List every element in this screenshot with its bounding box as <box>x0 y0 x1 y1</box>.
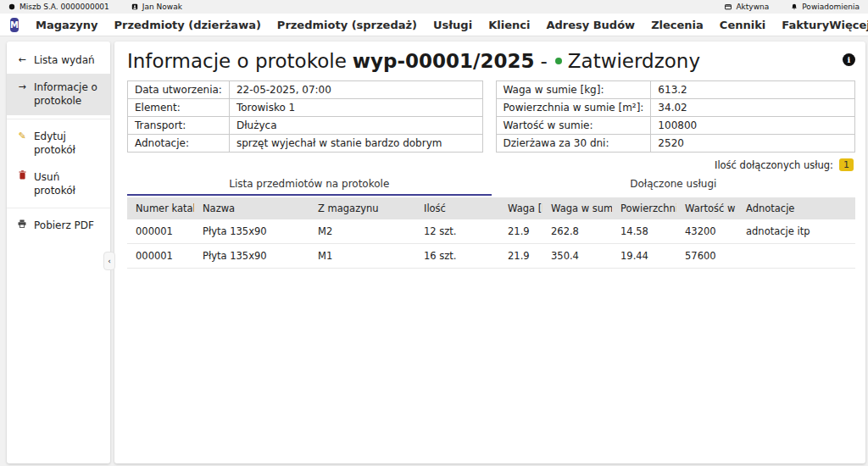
nav-item[interactable]: Klienci <box>488 19 530 31</box>
nav-item[interactable]: Przedmioty (sprzedaż) <box>277 19 417 31</box>
user-name: Jan Nowak <box>142 3 182 11</box>
detail-row: Data utworzenia: 22-05-2025, 07:00 <box>128 81 483 99</box>
detail-value: Torowisko 1 <box>229 99 482 117</box>
app-logo[interactable]: M <box>10 18 19 32</box>
table-cell: Płyta 135x90 <box>194 244 309 269</box>
detail-row: Powierzchnia w sumie [m²]: 34.02 <box>496 99 854 117</box>
info-icon[interactable]: i <box>843 53 855 66</box>
company-selector[interactable]: Miszb S.A. 0000000001 <box>8 3 109 11</box>
nav-item[interactable]: Zlecenia <box>651 19 704 31</box>
main-panel: Informacje o protokole wyp-00001/2025 - … <box>114 42 865 463</box>
notifications-button[interactable]: Powiadomienia <box>791 3 860 11</box>
main-navbar: M Magazyny Przedmioty (dzierżawa) Przedm… <box>0 14 868 36</box>
title-prefix: Informacje o protokole <box>127 50 347 72</box>
tab-lista-przedmiotow[interactable]: Lista przedmiotów na protokole <box>127 175 492 196</box>
sidebar-item-label: Lista wydań <box>34 53 95 67</box>
detail-row: Transport: Dłużyca <box>128 117 483 135</box>
detail-label: Wartość w sumie: <box>496 117 651 135</box>
table-cell: 12 szt. <box>415 219 499 244</box>
card-icon <box>725 3 732 10</box>
nav-item[interactable]: Usługi <box>433 19 472 31</box>
detail-row: Waga w sumie [kg]: 613.2 <box>496 81 854 99</box>
table-cell: adnotacje itp <box>737 219 855 244</box>
tab-dolaczone-uslugi[interactable]: Dołączone usługi <box>492 175 856 196</box>
services-counter-label: Ilość dołączonych usług: <box>715 159 833 171</box>
protocol-details-table: Data utworzenia: 22-05-2025, 07:00 Eleme… <box>127 80 483 153</box>
detail-label: Adnotacje: <box>128 135 230 153</box>
nav-item[interactable]: Magazyny <box>36 19 98 31</box>
table-cell: 57600 <box>676 244 737 269</box>
detail-label: Powierzchnia w sumie [m²]: <box>496 99 651 117</box>
table-cell: M2 <box>309 219 415 244</box>
column-header: Z magazynu <box>309 197 415 219</box>
status-label: Zatwierdzony <box>568 50 700 72</box>
detail-label: Transport: <box>128 117 230 135</box>
sidebar-item-informacje-o-protokole[interactable]: → Informacje o protokole <box>7 74 110 114</box>
sidebar: ← Lista wydań → Informacje o protokole ✎… <box>7 42 110 463</box>
table-cell: 19.44 <box>612 244 676 269</box>
detail-label: Dzierżawa za 30 dni: <box>496 135 651 153</box>
company-name: Miszb S.A. 0000000001 <box>19 3 109 11</box>
table-cell: 262.8 <box>542 219 612 244</box>
detail-value: 2520 <box>651 135 855 153</box>
column-header: Nazwa <box>194 197 309 219</box>
column-header: Waga [kg] <box>499 197 542 219</box>
arrow-right-icon: → <box>17 80 27 93</box>
table-cell <box>737 244 855 269</box>
printer-icon <box>17 219 27 231</box>
items-table-header: Numer katalogowy Nazwa Z magazynu Ilość … <box>127 197 855 219</box>
detail-row: Adnotacje: sprzęt wyjechał w stanie bard… <box>128 135 483 153</box>
table-cell: Płyta 135x90 <box>194 219 309 244</box>
active-label: Aktywna <box>736 3 769 11</box>
sidebar-divider <box>7 208 110 208</box>
user-selector[interactable]: Jan Nowak <box>131 3 182 11</box>
page-title: Informacje o protokole wyp-00001/2025 - … <box>127 50 700 72</box>
column-header: Ilość <box>415 197 499 219</box>
detail-value: Dłużyca <box>229 117 482 135</box>
sidebar-item-lista-wydan[interactable]: ← Lista wydań <box>7 47 110 74</box>
table-row[interactable]: 000001Płyta 135x90M116 szt.21.9350.419.4… <box>127 244 855 269</box>
detail-value: sprzęt wyjechał w stanie bardzo dobrym <box>229 135 482 153</box>
table-cell: 14.58 <box>612 219 676 244</box>
table-cell: 000001 <box>127 219 194 244</box>
detail-row: Dzierżawa za 30 dni: 2520 <box>496 135 854 153</box>
nav-item[interactable]: Adresy Budów <box>546 19 635 31</box>
notifications-label: Powiadomienia <box>802 3 860 11</box>
trash-icon <box>17 170 27 183</box>
pencil-icon: ✎ <box>17 130 27 142</box>
column-header: Adnotacje <box>737 197 855 219</box>
sidebar-item-label: Edytuj protokół <box>34 130 103 157</box>
detail-label: Element: <box>128 99 230 117</box>
sidebar-collapse-button[interactable]: ‹ <box>103 252 115 270</box>
nav-item[interactable]: Faktury <box>782 19 829 31</box>
services-counter: Ilość dołączonych usług: 1 <box>127 158 854 171</box>
sidebar-divider <box>7 119 110 119</box>
table-cell: 000001 <box>127 244 194 269</box>
detail-value: 613.2 <box>651 81 855 99</box>
sidebar-item-edytuj-protokol[interactable]: ✎ Edytuj protokół <box>7 123 110 164</box>
table-cell: 350.4 <box>542 244 612 269</box>
sidebar-item-usun-protokol[interactable]: Usuń protokół <box>7 164 110 204</box>
detail-label: Data utworzenia: <box>128 81 230 99</box>
active-subscription[interactable]: Aktywna <box>725 3 769 11</box>
nav-more-button[interactable]: Więcej <box>829 19 868 31</box>
tab-bar: Lista przedmiotów na protokole Dołączone… <box>127 175 855 196</box>
arrow-left-icon: ← <box>17 53 27 66</box>
nav-item[interactable]: Cenniki <box>720 19 765 31</box>
company-icon <box>8 3 15 10</box>
detail-row: Wartość w sumie: 100800 <box>496 117 854 135</box>
protocol-number: wyp-00001/2025 <box>353 50 535 72</box>
bell-icon <box>791 3 798 10</box>
user-icon <box>131 3 138 10</box>
status-dot-icon <box>555 58 562 64</box>
protocol-totals-table: Waga w sumie [kg]: 613.2 Powierzchnia w … <box>496 80 855 153</box>
nav-item[interactable]: Przedmioty (dzierżawa) <box>114 19 261 31</box>
table-row[interactable]: 000001Płyta 135x90M212 szt.21.9262.814.5… <box>127 219 855 244</box>
column-header: Numer katalogowy <box>127 197 194 219</box>
column-header: Waga w sumie [kg] <box>542 197 612 219</box>
sidebar-item-label: Pobierz PDF <box>34 219 94 232</box>
sidebar-item-pobierz-pdf[interactable]: Pobierz PDF <box>7 212 110 239</box>
sidebar-item-label: Informacje o protokole <box>34 80 103 108</box>
column-header: Wartość w sumie <box>676 197 737 219</box>
title-separator: - <box>540 50 547 72</box>
